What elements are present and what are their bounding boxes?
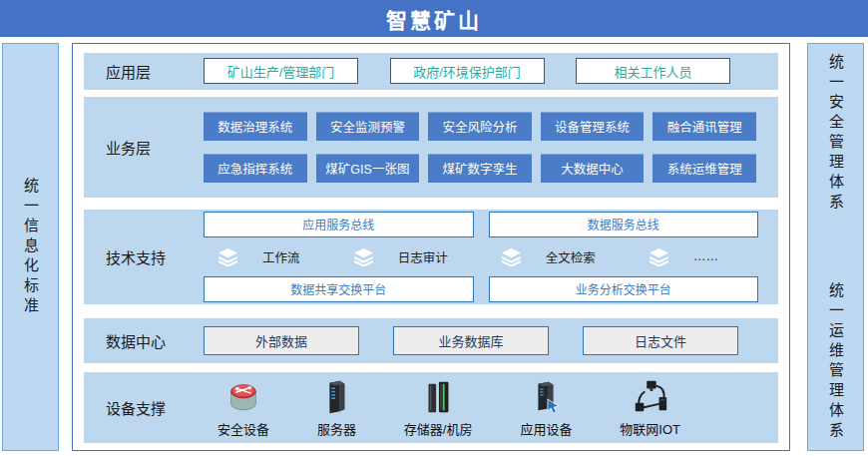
middleware-label: 全文检索 [546, 247, 596, 266]
device-label: 应用设备 [520, 419, 572, 438]
app-device-icon [527, 378, 565, 416]
device-item: 安全设备 [217, 378, 269, 438]
middleware-label: …… [693, 249, 718, 263]
application-layer-items: 矿山生产/管理部门 政府/环境保护部门 相关工作人员 [204, 58, 778, 84]
business-item: 设备管理系统 [541, 112, 645, 141]
main-frame: 应用层 矿山生产/管理部门 政府/环境保护部门 相关工作人员 业务层 数据治理系… [72, 43, 790, 451]
business-row-1: 数据治理系统 安全监测预警 安全风险分析 设备管理系统 融合通讯管理 [204, 112, 756, 141]
middleware-item: …… [649, 247, 718, 266]
business-layer-label: 业务层 [84, 137, 204, 158]
application-item: 矿山生产/管理部门 [204, 58, 358, 84]
business-item: 应急指挥系统 [204, 154, 307, 183]
diagram-body: 统一信息化标准 应用层 矿山生产/管理部门 政府/环境保护部门 相关工作人员 业… [0, 43, 868, 451]
business-item: 数据治理系统 [204, 112, 307, 141]
device-label: 物联网IOT [620, 419, 680, 438]
device-label: 存储器/机房 [404, 419, 473, 438]
business-item: 融合通讯管理 [652, 112, 756, 141]
pillar-right-bottom-label: 统一运维管理体系 [825, 282, 846, 442]
device-label: 安全设备 [217, 419, 269, 438]
pillar-security-ops: 统一安全管理体系 统一运维管理体系 [807, 43, 864, 451]
storage-rack-icon [419, 378, 457, 416]
device-item: 服务器 [317, 378, 356, 438]
pillar-information-standard: 统一信息化标准 [2, 43, 59, 451]
layers-icon [649, 247, 669, 266]
tech-support-band: 技术支持 应用服务总线 数据服务总线 工作流 [84, 210, 778, 305]
page-title: 智慧矿山 [0, 0, 868, 37]
business-item: 煤矿GIS一张图 [316, 154, 420, 183]
business-item: 安全风险分析 [428, 112, 532, 141]
tech-support-items: 应用服务总线 数据服务总线 工作流 [204, 212, 778, 302]
device-item: 存储器/机房 [404, 378, 473, 438]
service-bus: 应用服务总线 [204, 212, 474, 237]
business-item: 煤矿数字孪生 [428, 154, 532, 183]
iot-network-icon [632, 378, 669, 416]
server-tower-icon [317, 378, 355, 416]
layers-icon [501, 247, 522, 266]
layers-icon [217, 247, 238, 266]
business-row-2: 应急指挥系统 煤矿GIS一张图 煤矿数字孪生 大数据中心 系统运维管理 [204, 154, 756, 183]
business-layer-items: 数据治理系统 安全监测预警 安全风险分析 设备管理系统 融合通讯管理 应急指挥系… [204, 112, 778, 183]
middleware-label: 工作流 [262, 247, 300, 266]
application-layer-band: 应用层 矿山生产/管理部门 政府/环境保护部门 相关工作人员 [84, 53, 778, 90]
business-item: 安全监测预警 [316, 112, 420, 141]
smart-mine-architecture-diagram: 智慧矿山 统一信息化标准 应用层 矿山生产/管理部门 政府/环境保护部门 相关工… [0, 0, 868, 456]
data-store: 外部数据 [204, 326, 359, 355]
service-bus: 数据服务总线 [489, 212, 759, 237]
pillar-right-top-label: 统一安全管理体系 [825, 54, 846, 214]
data-center-label: 数据中心 [84, 330, 204, 351]
device-support-items: 安全设备 服务器 [204, 378, 778, 438]
layers-icon [353, 247, 374, 266]
device-item: 物联网IOT [620, 378, 680, 438]
middleware-item: 日志审计 [353, 247, 448, 266]
business-item: 大数据中心 [541, 154, 645, 183]
exchange-platform: 业务分析交换平台 [489, 276, 759, 302]
service-bus-row: 应用服务总线 数据服务总线 [204, 212, 758, 237]
application-item: 相关工作人员 [576, 58, 730, 84]
business-layer-band: 业务层 数据治理系统 安全监测预警 安全风险分析 设备管理系统 融合通讯管理 应… [84, 97, 778, 198]
application-item: 政府/环境保护部门 [390, 58, 545, 84]
device-support-band: 设备支撑 安全设备 [84, 372, 778, 443]
data-store: 业务数据库 [393, 326, 549, 355]
firewall-router-icon [224, 378, 262, 416]
business-item: 系统运维管理 [652, 154, 756, 183]
exchange-platform: 数据共享交换平台 [204, 276, 474, 302]
data-store: 日志文件 [583, 326, 738, 355]
middleware-label: 日志审计 [398, 247, 448, 266]
application-layer-label: 应用层 [84, 61, 204, 82]
exchange-platform-row: 数据共享交换平台 业务分析交换平台 [204, 276, 758, 302]
device-label: 服务器 [317, 419, 356, 438]
device-support-label: 设备支撑 [84, 397, 204, 418]
middleware-item: 全文检索 [501, 247, 596, 266]
tech-support-label: 技术支持 [84, 246, 204, 267]
middleware-row: 工作流 日志审计 [204, 245, 758, 268]
data-center-items: 外部数据 业务数据库 日志文件 [204, 326, 778, 355]
middleware-item: 工作流 [217, 247, 300, 266]
data-center-band: 数据中心 外部数据 业务数据库 日志文件 [84, 318, 778, 363]
pillar-left-label: 统一信息化标准 [20, 178, 41, 317]
device-item: 应用设备 [520, 378, 572, 438]
